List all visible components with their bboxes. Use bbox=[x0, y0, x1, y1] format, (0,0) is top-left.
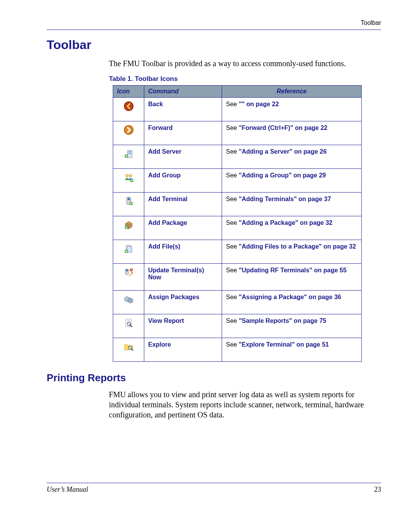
table-row: Forward See "Forward (Ctrl+F)" on page 2… bbox=[113, 121, 362, 145]
command-label: Explore bbox=[144, 338, 222, 362]
reference-cell: See "Assigning a Package" on page 36 bbox=[222, 291, 362, 314]
reference-cell: See "Adding Files to a Package" on page … bbox=[222, 240, 362, 264]
svg-point-7 bbox=[129, 174, 131, 177]
add-package-icon bbox=[123, 219, 134, 230]
reference-link[interactable]: "" on page 22 bbox=[239, 101, 279, 107]
explore-icon bbox=[123, 341, 134, 352]
section-heading-toolbar: Toolbar bbox=[47, 38, 381, 52]
toolbar-icons-table: Icon Command Reference Back See "" on pa… bbox=[113, 85, 362, 362]
table-row: Add Package See "Adding a Package" on pa… bbox=[113, 216, 362, 240]
command-label: Back bbox=[144, 98, 222, 121]
reference-link[interactable]: "Adding a Group" on page 29 bbox=[239, 172, 326, 179]
view-report-icon bbox=[123, 317, 134, 328]
update-terminals-icon bbox=[123, 267, 134, 278]
reference-cell: See "" on page 22 bbox=[222, 98, 362, 121]
reference-cell: See "Adding a Group" on page 29 bbox=[222, 169, 362, 193]
reference-cell: See "Adding a Package" on page 32 bbox=[222, 216, 362, 240]
table-row: Assign Packages See "Assigning a Package… bbox=[113, 291, 362, 314]
svg-rect-17 bbox=[126, 270, 128, 271]
table-header-row: Icon Command Reference bbox=[113, 86, 362, 98]
col-header-icon: Icon bbox=[113, 86, 144, 98]
reference-link[interactable]: "Adding Files to a Package" on page 32 bbox=[239, 243, 356, 250]
reference-cell: See "Forward (Ctrl+F)" on page 22 bbox=[222, 121, 362, 145]
reference-link[interactable]: "Adding Terminals" on page 37 bbox=[239, 196, 331, 202]
table-row: Add Terminal See "Adding Terminals" on p… bbox=[113, 193, 362, 216]
reference-link[interactable]: "Adding a Server" on page 26 bbox=[239, 148, 327, 155]
svg-point-1 bbox=[124, 126, 133, 135]
running-header: Toolbar bbox=[47, 19, 381, 30]
page-footer: User’s Manual 23 bbox=[47, 483, 381, 494]
table-row: Update Terminal(s) Now See "Updating RF … bbox=[113, 264, 362, 291]
add-files-icon bbox=[123, 243, 134, 254]
table-row: Add Server See "Adding a Server" on page… bbox=[113, 145, 362, 169]
table-caption: Table 1. Toolbar Icons bbox=[109, 75, 381, 83]
command-label: Add Server bbox=[144, 145, 222, 169]
reference-cell: See "Adding Terminals" on page 37 bbox=[222, 193, 362, 216]
command-label: Add File(s) bbox=[144, 240, 222, 264]
reference-link[interactable]: "Adding a Package" on page 32 bbox=[239, 219, 332, 226]
forward-icon bbox=[123, 124, 134, 135]
table-row: Explore See "Explore Terminal" on page 5… bbox=[113, 338, 362, 362]
command-label: Assign Packages bbox=[144, 291, 222, 314]
reference-link[interactable]: "Explore Terminal" on page 51 bbox=[239, 341, 329, 348]
page-content: Toolbar Toolbar The FMU Toolbar is provi… bbox=[0, 0, 420, 439]
command-label: Add Group bbox=[144, 169, 222, 193]
svg-rect-4 bbox=[128, 153, 131, 154]
reference-cell: See "Explore Terminal" on page 51 bbox=[222, 338, 362, 362]
command-label: Update Terminal(s) Now bbox=[144, 264, 222, 291]
add-server-icon bbox=[123, 148, 134, 159]
reference-cell: See "Updating RF Terminals" on page 55 bbox=[222, 264, 362, 291]
svg-rect-10 bbox=[128, 198, 130, 200]
page-number: 23 bbox=[374, 485, 381, 494]
intro-paragraph: The FMU Toolbar is provided as a way to … bbox=[109, 59, 381, 68]
reference-cell: See "Sample Reports" on page 75 bbox=[222, 314, 362, 338]
table-row: View Report See "Sample Reports" on page… bbox=[113, 314, 362, 338]
back-icon bbox=[123, 101, 134, 112]
reference-link[interactable]: "Assigning a Package" on page 36 bbox=[239, 294, 341, 300]
add-terminal-icon bbox=[123, 196, 134, 207]
table-row: Add Group See "Adding a Group" on page 2… bbox=[113, 169, 362, 193]
command-label: Forward bbox=[144, 121, 222, 145]
footer-left: User’s Manual bbox=[47, 485, 88, 494]
reference-link[interactable]: "Forward (Ctrl+F)" on page 22 bbox=[239, 124, 327, 131]
command-label: Add Terminal bbox=[144, 193, 222, 216]
command-label: View Report bbox=[144, 314, 222, 338]
svg-point-0 bbox=[124, 102, 133, 111]
svg-rect-3 bbox=[128, 151, 131, 152]
table-row: Back See "" on page 22 bbox=[113, 98, 362, 121]
col-header-reference: Reference bbox=[222, 86, 362, 98]
add-group-icon bbox=[123, 172, 134, 183]
reference-link[interactable]: "Updating RF Terminals" on page 55 bbox=[239, 267, 346, 273]
reference-link[interactable]: "Sample Reports" on page 75 bbox=[239, 317, 326, 324]
col-header-command: Command bbox=[144, 86, 222, 98]
table-row: Add File(s) See "Adding Files to a Packa… bbox=[113, 240, 362, 264]
command-label: Add Package bbox=[144, 216, 222, 240]
printing-reports-paragraph: FMU allows you to view and print server … bbox=[109, 389, 381, 420]
svg-point-6 bbox=[126, 174, 128, 177]
assign-packages-icon bbox=[123, 294, 134, 305]
reference-cell: See "Adding a Server" on page 26 bbox=[222, 145, 362, 169]
section-heading-printing-reports: Printing Reports bbox=[47, 372, 381, 384]
